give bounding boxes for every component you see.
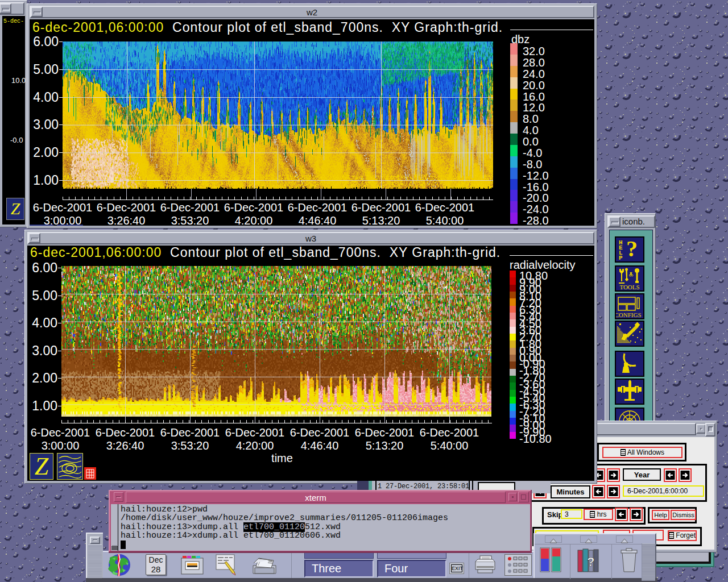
svg-text:CONFIGS: CONFIGS [616, 311, 642, 318]
svg-text:?: ? [587, 555, 594, 569]
svg-text:Z: Z [11, 199, 20, 218]
svg-text:P: P [619, 255, 623, 261]
svg-text:TOOLS: TOOLS [619, 284, 639, 290]
svg-text:Z: Z [35, 454, 49, 479]
svg-text:?: ? [626, 238, 638, 261]
